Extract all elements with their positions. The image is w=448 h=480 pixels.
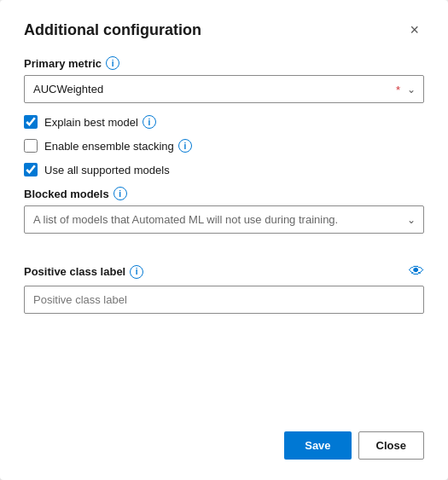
use-all-supported-models-label-text: Use all supported models <box>44 164 170 176</box>
use-all-supported-models-checkbox[interactable] <box>24 163 38 176</box>
required-star: * <box>396 83 400 95</box>
primary-metric-select-wrapper: AUCWeighted * ⌄ <box>24 75 424 103</box>
explain-best-model-label-text: Explain best model <box>44 116 138 129</box>
explain-best-model-label[interactable]: Explain best model i <box>44 115 156 129</box>
blocked-models-info-icon[interactable]: i <box>113 187 127 200</box>
close-button[interactable]: Close <box>358 431 424 460</box>
primary-metric-info-icon[interactable]: i <box>106 56 119 70</box>
explain-best-model-group: Explain best model i <box>24 115 424 129</box>
positive-class-label-text: Positive class label <box>24 265 125 278</box>
primary-metric-label-text: Primary metric <box>24 57 102 70</box>
use-all-supported-models-label[interactable]: Use all supported models <box>44 164 170 176</box>
blocked-models-label: Blocked models i <box>24 187 424 200</box>
eye-icon[interactable]: 👁 <box>409 263 424 280</box>
positive-class-label-info-icon[interactable]: i <box>130 265 143 279</box>
primary-metric-select[interactable]: AUCWeighted <box>24 75 424 103</box>
use-all-supported-models-group: Use all supported models <box>24 163 424 176</box>
save-button[interactable]: Save <box>284 431 351 460</box>
blocked-models-group: Blocked models i A list of models that A… <box>24 187 424 234</box>
section-divider <box>24 246 424 257</box>
positive-class-label-input[interactable] <box>24 286 424 314</box>
blocked-models-select-wrapper: A list of models that Automated ML will … <box>24 205 424 234</box>
blocked-models-label-text: Blocked models <box>24 188 109 200</box>
enable-ensemble-stacking-label-text: Enable ensemble stacking <box>44 140 174 153</box>
explain-best-model-checkbox[interactable] <box>24 115 38 129</box>
positive-class-label-header: Positive class label i 👁 <box>24 263 424 280</box>
additional-configuration-dialog: Additional configuration × Primary metri… <box>0 0 448 480</box>
explain-best-model-info-icon[interactable]: i <box>143 115 156 129</box>
enable-ensemble-stacking-checkbox[interactable] <box>24 139 38 153</box>
positive-class-label-title: Positive class label i <box>24 265 143 279</box>
dialog-header: Additional configuration × <box>24 20 424 39</box>
enable-ensemble-stacking-group: Enable ensemble stacking i <box>24 139 424 153</box>
dialog-title: Additional configuration <box>24 21 201 39</box>
primary-metric-group: Primary metric i AUCWeighted * ⌄ <box>24 56 424 103</box>
enable-ensemble-stacking-info-icon[interactable]: i <box>178 139 192 153</box>
positive-class-label-section: Positive class label i 👁 <box>24 263 424 314</box>
enable-ensemble-stacking-label[interactable]: Enable ensemble stacking i <box>44 139 192 153</box>
primary-metric-label: Primary metric i <box>24 56 424 70</box>
close-icon-button[interactable]: × <box>404 20 424 39</box>
dialog-footer: Save Close <box>24 411 424 460</box>
blocked-models-select[interactable]: A list of models that Automated ML will … <box>24 205 424 234</box>
